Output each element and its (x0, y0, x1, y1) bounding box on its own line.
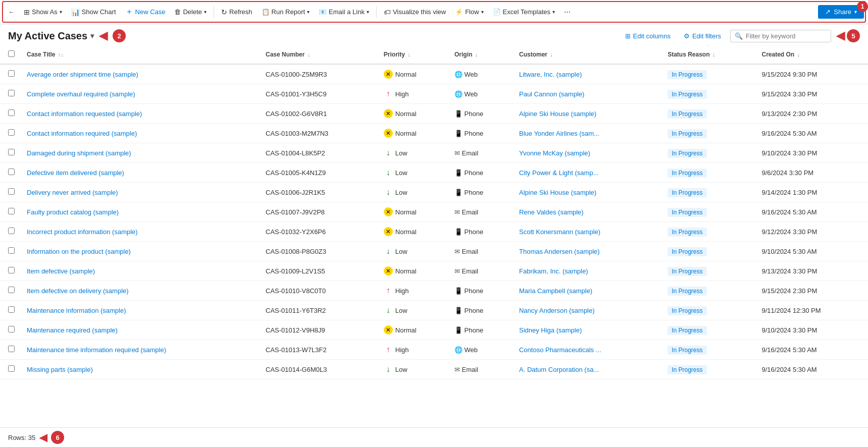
origin-cell: 🌐 Web (454, 346, 478, 354)
row-checkbox[interactable] (8, 365, 15, 372)
excel-templates-button[interactable]: 📄 Excel Templates ▾ (489, 6, 559, 18)
customer-link[interactable]: Scott Konersmann (sample) (519, 228, 600, 236)
customer-link[interactable]: Nancy Anderson (sample) (519, 307, 595, 314)
col-case-number[interactable]: Case Number ↓ (260, 45, 378, 64)
row-checkbox[interactable] (8, 109, 15, 116)
case-title-link[interactable]: Maintenance required (sample) (27, 326, 118, 334)
priority-normal-icon: ✕ (384, 109, 393, 118)
table-row: Faulty product catalog (sample)CAS-01007… (0, 202, 868, 222)
col-priority[interactable]: Priority ↓ (378, 45, 448, 64)
case-title-link[interactable]: Information on the product (sample) (27, 248, 131, 255)
new-case-button[interactable]: ＋ New Case (121, 4, 170, 20)
phone-icon: 📱 (454, 110, 463, 118)
priority-cell: ↓ Low (384, 188, 407, 197)
customer-link[interactable]: Blue Yonder Airlines (sam... (519, 130, 599, 137)
customer-link[interactable]: Alpine Ski House (sample) (519, 189, 596, 196)
delete-button[interactable]: 🗑 Delete ▾ (170, 6, 211, 18)
customer-link[interactable]: Sidney Higa (sample) (519, 326, 582, 334)
row-checkbox[interactable] (8, 90, 15, 96)
case-title-link[interactable]: Incorrect product information (sample) (27, 228, 138, 236)
back-button[interactable]: ← (4, 6, 19, 18)
priority-high-icon: ↑ (384, 345, 393, 354)
row-checkbox[interactable] (8, 228, 15, 234)
created-on-sort-icon: ↓ (797, 51, 800, 58)
select-all-checkbox[interactable] (8, 50, 15, 57)
col-origin[interactable]: Origin ↓ (448, 45, 513, 64)
case-title-link[interactable]: Faulty product catalog (sample) (27, 208, 119, 216)
table-row: Missing parts (sample)CAS-01014-G6M0L3↓ … (0, 360, 868, 379)
customer-link[interactable]: Yvonne McKay (sample) (519, 149, 590, 157)
filter-input[interactable] (746, 32, 827, 40)
row-checkbox[interactable] (8, 149, 15, 155)
priority-low-icon: ↓ (384, 188, 393, 197)
flow-button[interactable]: ⚡ Flow ▾ (451, 6, 487, 18)
row-checkbox[interactable] (8, 188, 15, 195)
more-button[interactable]: ⋯ (560, 6, 575, 18)
view-title-chevron[interactable]: ▾ (90, 32, 94, 40)
refresh-button[interactable]: ↻ Refresh (217, 6, 257, 19)
email-link-button[interactable]: 📧 Email a Link ▾ (315, 6, 373, 18)
case-title-link[interactable]: Contact information required (sample) (27, 130, 137, 137)
created-on-cell: 9/10/2024 5:30 AM (756, 242, 869, 261)
phone-icon: 📱 (454, 169, 463, 177)
case-number-cell: CAS-01004-L8K5P2 (260, 143, 378, 163)
row-checkbox[interactable] (8, 208, 15, 214)
row-checkbox[interactable] (8, 287, 15, 293)
web-icon: 🌐 (454, 346, 463, 354)
status-badge: In Progress (668, 306, 706, 315)
case-title-link[interactable]: Item defective on delivery (sample) (27, 287, 129, 295)
col-status-reason[interactable]: Status Reason ↓ ↓ 3 4 (661, 45, 755, 64)
table-row: Maintenance required (sample)CAS-01012-V… (0, 320, 868, 340)
customer-link[interactable]: Litware, Inc. (sample) (519, 71, 582, 78)
row-checkbox[interactable] (8, 70, 15, 77)
case-title-link[interactable]: Maintenance information (sample) (27, 307, 126, 314)
customer-link[interactable]: Maria Campbell (sample) (519, 287, 592, 295)
edit-filters-button[interactable]: ⚙ Edit filters (680, 30, 725, 42)
status-badge: In Progress (668, 247, 706, 256)
visualize-button[interactable]: 🏷 Visualize this view (380, 6, 450, 19)
case-title-link[interactable]: Item defective (sample) (27, 267, 95, 275)
priority-cell: ↑ High (384, 345, 409, 354)
show-chart-button[interactable]: 📊 Show Chart (67, 6, 120, 19)
row-checkbox[interactable] (8, 247, 15, 254)
case-title-link[interactable]: Average order shipment time (sample) (27, 71, 138, 78)
show-as-button[interactable]: ⊞ Show As ▾ (20, 6, 66, 19)
priority-low-icon: ↓ (384, 168, 393, 177)
col-case-title[interactable]: Case Title ↑↓ (21, 45, 260, 64)
case-title-link[interactable]: Missing parts (sample) (27, 366, 93, 373)
run-report-button[interactable]: 📋 Run Report ▾ (258, 6, 314, 18)
customer-link[interactable]: Contoso Pharmaceuticals ... (519, 346, 601, 354)
customer-link[interactable]: Fabrikam, Inc. (sample) (519, 267, 588, 275)
row-checkbox[interactable] (8, 169, 15, 175)
run-report-icon: 📋 (262, 8, 270, 16)
created-on-cell: 9/11/2024 12:30 PM (756, 301, 869, 320)
case-title-link[interactable]: Defective item delivered (sample) (27, 169, 124, 177)
customer-link[interactable]: Paul Cannon (sample) (519, 90, 584, 98)
row-checkbox[interactable] (8, 346, 15, 352)
case-title-link[interactable]: Damaged during shipment (sample) (27, 149, 131, 157)
origin-cell: 📱 Phone (454, 169, 483, 177)
edit-columns-button[interactable]: ⊞ Edit columns (621, 30, 675, 42)
col-created-on[interactable]: Created On ↓ (756, 45, 869, 64)
row-checkbox[interactable] (8, 129, 15, 136)
case-title-link[interactable]: Complete overhaul required (sample) (27, 90, 135, 98)
toolbar: ← ⊞ Show As ▾ 📊 Show Chart ＋ New Case 🗑 … (0, 0, 868, 24)
row-checkbox[interactable] (8, 326, 15, 332)
phone-icon: 📱 (454, 189, 463, 196)
customer-link[interactable]: Alpine Ski House (sample) (519, 110, 596, 118)
case-title-link[interactable]: Maintenance time information required (s… (27, 346, 166, 354)
priority-cell: ✕ Normal (384, 109, 417, 118)
priority-cell: ↓ Low (384, 168, 407, 177)
row-checkbox[interactable] (8, 267, 15, 273)
customer-link[interactable]: Rene Valdes (sample) (519, 208, 584, 216)
customer-link[interactable]: A. Datum Corporation (sa... (519, 366, 599, 373)
case-title-link[interactable]: Delivery never arrived (sample) (27, 189, 118, 196)
row-checkbox[interactable] (8, 306, 15, 313)
show-as-label: Show As (32, 8, 58, 16)
customer-link[interactable]: Thomas Andersen (sample) (519, 248, 600, 255)
col-customer[interactable]: Customer ↓ (513, 45, 661, 64)
case-title-link[interactable]: Contact information requested (sample) (27, 110, 142, 118)
origin-cell: 🌐 Web (454, 90, 478, 98)
origin-cell: 📱 Phone (454, 228, 483, 236)
customer-link[interactable]: City Power & Light (samp... (519, 169, 599, 177)
